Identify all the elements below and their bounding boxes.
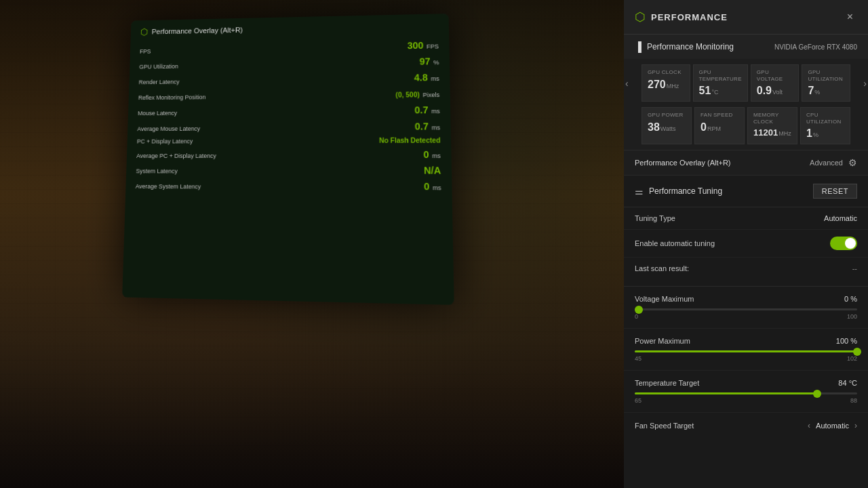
gpu-clock-unit: MHz bbox=[667, 83, 679, 89]
gpu-util-unit: % bbox=[433, 59, 439, 66]
last-scan-row: Last scan result: -- bbox=[624, 258, 868, 287]
tuning-type-row: Tuning Type Automatic bbox=[624, 207, 868, 230]
panel-title: PERFORMANCE bbox=[651, 12, 728, 22]
overlay-fps-row: FPS 300 FPS bbox=[140, 39, 439, 56]
mem-clock-label: MEMORY CLOCK bbox=[753, 112, 791, 125]
cpu-util-label: CPU UTILIZATION bbox=[806, 112, 844, 125]
fan-speed-controls: ‹ Automatic › bbox=[808, 421, 857, 430]
overlay-avg-mouse-row: Average Mouse Latency 0.7 ms bbox=[137, 120, 440, 134]
tuning-title: Performance Tuning bbox=[649, 186, 722, 196]
gpu-util-label: GPU Utilization bbox=[139, 63, 178, 70]
gpu-util-value: 97 bbox=[419, 56, 430, 66]
stats-grid-container-2: GPU POWER 38 Watts FAN SPEED 0 RPM MEMOR… bbox=[624, 107, 868, 150]
gpu-name: NVIDIA GeForce RTX 4080 bbox=[774, 43, 857, 51]
fan-speed-stat-value: 0 bbox=[701, 121, 707, 134]
stat-gpu-util: GPU UTILIZATION 7 % bbox=[802, 64, 850, 102]
stat-cpu-util: CPU UTILIZATION 1 % bbox=[800, 107, 850, 144]
settings-gear-icon[interactable]: ⚙ bbox=[848, 157, 857, 168]
power-slider-track bbox=[635, 350, 857, 352]
gpu-power-value-row: 38 Watts bbox=[648, 121, 686, 134]
gpu-power-label: GPU POWER bbox=[648, 112, 686, 119]
close-button[interactable]: × bbox=[843, 9, 857, 24]
overlay-avg-system-row: Average System Latency 0 ms bbox=[136, 179, 441, 192]
temp-range-labels: 65 88 bbox=[635, 397, 857, 404]
panel-header-left: ⬡ PERFORMANCE bbox=[635, 9, 728, 24]
fan-speed-stat-unit: RPM bbox=[707, 125, 721, 132]
overlay-title-text: Performance Overlay (Alt+R) bbox=[152, 26, 243, 35]
fps-label: FPS bbox=[140, 48, 151, 55]
gpu-voltage-value-row: 0.9 Volt bbox=[757, 85, 793, 97]
fps-unit: FPS bbox=[427, 43, 439, 50]
gpu-temp-unit: °C bbox=[711, 89, 718, 96]
nvidia-overlay-icon: ⬡ bbox=[140, 26, 149, 37]
temp-slider-thumb[interactable] bbox=[813, 390, 821, 398]
overlay-mouse-latency-row: Mouse Latency 0.7 ms bbox=[138, 104, 440, 118]
overlay-reflex-row: Reflex Monitoring Position (0, 500) Pixe… bbox=[138, 87, 440, 102]
stat-fan-speed: FAN SPEED 0 RPM bbox=[694, 107, 745, 144]
gpu-util-stat-value-row: 7 % bbox=[808, 85, 844, 97]
gpu-clock-value: 270 bbox=[648, 79, 666, 91]
monitoring-title: Performance Monitoring bbox=[647, 42, 734, 52]
system-latency-label: System Latency bbox=[136, 168, 178, 175]
overlay-title-bar: ⬡ Performance Overlay (Alt+R) bbox=[140, 20, 439, 37]
voltage-slider-thumb[interactable] bbox=[635, 306, 643, 314]
gpu-temp-value-row: 51 °C bbox=[699, 85, 742, 97]
overlay-flash-row: PC + Display Latency No Flash Detected bbox=[137, 136, 441, 144]
avg-pc-unit: ms bbox=[432, 152, 441, 159]
tuning-header: ⚌ Performance Tuning RESET bbox=[624, 176, 868, 207]
fan-speed-stat-value-row: 0 RPM bbox=[701, 121, 738, 134]
voltage-max: 100 bbox=[847, 313, 857, 320]
gpu-clock-value-row: 270 MHz bbox=[648, 79, 684, 91]
gpu-power-value: 38 bbox=[648, 121, 660, 134]
power-min: 45 bbox=[635, 355, 642, 362]
power-slider-thumb[interactable] bbox=[853, 348, 861, 356]
temp-label: Temperature Target bbox=[635, 379, 699, 387]
fps-value: 300 bbox=[407, 40, 423, 51]
fan-speed-target-row: Fan Speed Target ‹ Automatic › bbox=[624, 413, 868, 439]
avg-system-value: 0 bbox=[424, 181, 429, 192]
reflex-value: (0, 500) bbox=[395, 91, 419, 98]
cpu-util-unit: % bbox=[813, 131, 818, 138]
fan-speed-next-button[interactable]: › bbox=[854, 421, 857, 430]
mem-clock-value: 11201 bbox=[753, 127, 778, 138]
gpu-voltage-label: GPU VOLTAGE bbox=[757, 69, 793, 82]
gpu-util-stat-value: 7 bbox=[808, 85, 814, 97]
gpu-power-unit: Watts bbox=[660, 125, 676, 132]
stat-gpu-voltage: GPU VOLTAGE 0.9 Volt bbox=[751, 64, 800, 102]
overlay-avg-pc-row: Average PC + Display Latency 0 ms bbox=[136, 148, 441, 161]
temp-slider-track bbox=[635, 392, 857, 394]
cpu-util-value: 1 bbox=[806, 127, 812, 140]
monitor-frame: ⬡ Performance Overlay (Alt+R) FPS 300 FP… bbox=[122, 14, 454, 305]
overlay-section-label: Performance Overlay (Alt+R) bbox=[635, 159, 731, 167]
auto-tuning-toggle[interactable] bbox=[830, 237, 857, 250]
auto-tuning-row: Enable automatic tuning bbox=[624, 230, 868, 258]
avg-mouse-value: 0.7 bbox=[415, 121, 429, 131]
avg-pc-value: 0 bbox=[423, 149, 429, 160]
toggle-thumb bbox=[845, 238, 856, 249]
temp-slider-section: Temperature Target 84 °C 65 88 bbox=[624, 371, 868, 413]
tuning-sliders-icon: ⚌ bbox=[635, 186, 644, 197]
power-slider-header: Power Maximum 100 % bbox=[635, 337, 857, 345]
advanced-link[interactable]: Advanced bbox=[810, 159, 843, 167]
gpu-voltage-unit: Volt bbox=[772, 89, 783, 96]
voltage-value: 0 % bbox=[844, 295, 857, 303]
nvidia-logo-icon: ⬡ bbox=[635, 9, 646, 24]
stat-gpu-temp: GPU TEMPERATURE 51 °C bbox=[693, 64, 748, 102]
stats-nav-left[interactable]: ‹ bbox=[625, 78, 629, 89]
panel-header: ⬡ PERFORMANCE × bbox=[624, 0, 868, 35]
voltage-range-labels: 0 100 bbox=[635, 313, 857, 320]
voltage-slider-header: Voltage Maximum 0 % bbox=[635, 295, 857, 303]
temp-value: 84 °C bbox=[838, 379, 857, 387]
stats-nav-right[interactable]: › bbox=[863, 78, 867, 89]
game-screenshot-panel: ⬡ Performance Overlay (Alt+R) FPS 300 FP… bbox=[0, 0, 624, 488]
power-max: 102 bbox=[847, 355, 857, 362]
avg-system-unit: ms bbox=[433, 184, 441, 191]
reset-button[interactable]: RESET bbox=[813, 184, 857, 199]
overlay-section: Performance Overlay (Alt+R) Advanced ⚙ bbox=[624, 150, 868, 176]
fan-speed-prev-button[interactable]: ‹ bbox=[808, 421, 810, 430]
reflex-label: Reflex Monitoring Position bbox=[138, 94, 206, 101]
stat-gpu-clock: GPU CLOCK 270 MHz bbox=[642, 64, 690, 102]
power-slider-fill bbox=[635, 350, 857, 352]
stat-mem-clock: MEMORY CLOCK 11201 MHz bbox=[747, 107, 797, 144]
cpu-util-value-row: 1 % bbox=[806, 127, 844, 140]
